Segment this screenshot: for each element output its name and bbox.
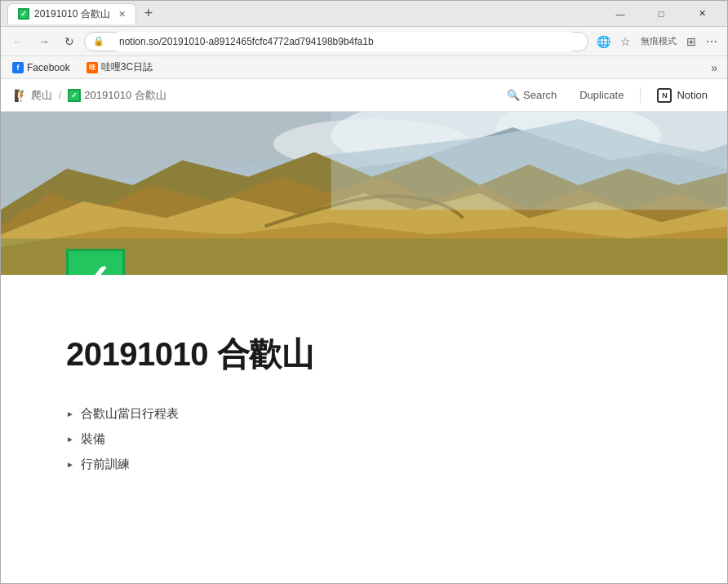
refresh-button[interactable]: ↻: [60, 33, 79, 50]
facebook-favicon: f: [12, 62, 24, 73]
tab-close-button[interactable]: ✕: [118, 9, 126, 20]
page-icon: ✓: [66, 249, 125, 275]
3c-favicon: 哇: [87, 62, 98, 73]
breadcrumb-check-icon: [68, 89, 81, 102]
page-body: 20191010 合歡山 ► 合歡山當日行程表 ► 裝備 ► 行前訓練: [1, 275, 727, 510]
back-button[interactable]: ←: [7, 33, 29, 50]
hero-image: ✓: [1, 112, 727, 275]
list-item-label-1: 合歡山當日行程表: [81, 406, 179, 422]
menu-button[interactable]: ⋯: [703, 33, 721, 50]
maximize-button[interactable]: □: [642, 6, 680, 22]
bookmark-star-button[interactable]: ☆: [617, 33, 634, 50]
breadcrumb-parent[interactable]: 🧗 爬山: [14, 88, 52, 103]
address-bar: ← → ↻ 🔒 🌐 ☆ 無痕模式 ⊞ ⋯: [1, 27, 727, 56]
no-trace-button[interactable]: 無痕模式: [637, 33, 680, 49]
lock-icon: 🔒: [93, 36, 104, 46]
tab-title: 20191010 合歡山: [34, 7, 110, 21]
list-item-label-2: 裝備: [81, 431, 105, 447]
breadcrumb-current-label: 20191010 合歡山: [84, 88, 166, 103]
toggle-arrow-3: ►: [66, 460, 74, 469]
page-title: 20191010 合歡山: [66, 332, 662, 377]
breadcrumb-current[interactable]: 20191010 合歡山: [68, 88, 166, 103]
page-content: ✓ 20191010 合歡山 ► 合歡山當日行程表 ► 裝備 ► 行前訓練: [1, 112, 727, 583]
bookmark-3c-label: 哇哩3C日誌: [101, 60, 153, 74]
toolbar-divider: [640, 87, 641, 104]
close-button[interactable]: ✕: [683, 6, 721, 22]
toggle-arrow-2: ►: [66, 435, 74, 444]
extension-button[interactable]: ⊞: [683, 33, 699, 50]
toggle-arrow-1: ►: [66, 409, 74, 418]
browser-window: 20191010 合歡山 ✕ + — □ ✕ ← → ↻ 🔒 🌐 ☆ 無痕模式 …: [0, 0, 728, 584]
bookmarks-bar: f Facebook 哇 哇哩3C日誌 »: [1, 56, 727, 79]
breadcrumb-parent-label: 爬山: [31, 88, 52, 103]
page-toolbar: 🧗 爬山 / 20191010 合歡山 🔍 Search Duplicate N…: [1, 79, 727, 112]
browser-bar-actions: 🌐 ☆ 無痕模式 ⊞ ⋯: [593, 33, 721, 50]
bookmark-facebook[interactable]: f Facebook: [7, 60, 75, 75]
url-input[interactable]: [109, 32, 579, 51]
window-controls: — □ ✕: [601, 6, 721, 22]
list-item-1[interactable]: ► 合歡山當日行程表: [66, 401, 662, 427]
notion-button[interactable]: N Notion: [650, 85, 714, 106]
toolbar-actions: 🔍 Search Duplicate N Notion: [500, 85, 714, 106]
duplicate-button[interactable]: Duplicate: [573, 86, 630, 104]
bookmarks-more-button[interactable]: »: [708, 60, 721, 76]
search-button[interactable]: 🔍 Search: [500, 86, 563, 104]
bookmark-facebook-label: Facebook: [27, 62, 70, 73]
breadcrumb: 🧗 爬山 / 20191010 合歡山: [14, 88, 166, 103]
breadcrumb-separator: /: [59, 90, 61, 101]
list-item-3[interactable]: ► 行前訓練: [66, 452, 662, 477]
list-item-label-3: 行前訓練: [81, 457, 130, 472]
list-item-2[interactable]: ► 裝備: [66, 427, 662, 452]
new-tab-button[interactable]: +: [140, 5, 158, 22]
minimize-button[interactable]: —: [601, 6, 639, 22]
notion-label: Notion: [677, 89, 708, 101]
search-label: Search: [523, 89, 557, 101]
search-icon: 🔍: [507, 89, 520, 101]
translate-button[interactable]: 🌐: [593, 33, 614, 50]
page-list: ► 合歡山當日行程表 ► 裝備 ► 行前訓練: [66, 401, 662, 477]
mountain-icon: 🧗: [14, 89, 28, 102]
forward-button[interactable]: →: [33, 33, 55, 50]
bookmark-3c[interactable]: 哇 哇哩3C日誌: [82, 59, 158, 76]
browser-tab[interactable]: 20191010 合歡山 ✕: [7, 3, 136, 24]
svg-rect-11: [331, 112, 727, 210]
page-icon-checkmark: ✓: [81, 260, 111, 275]
tab-favicon: [18, 8, 29, 20]
notion-logo-icon: N: [657, 88, 672, 103]
titlebar: 20191010 合歡山 ✕ + — □ ✕: [1, 1, 727, 27]
